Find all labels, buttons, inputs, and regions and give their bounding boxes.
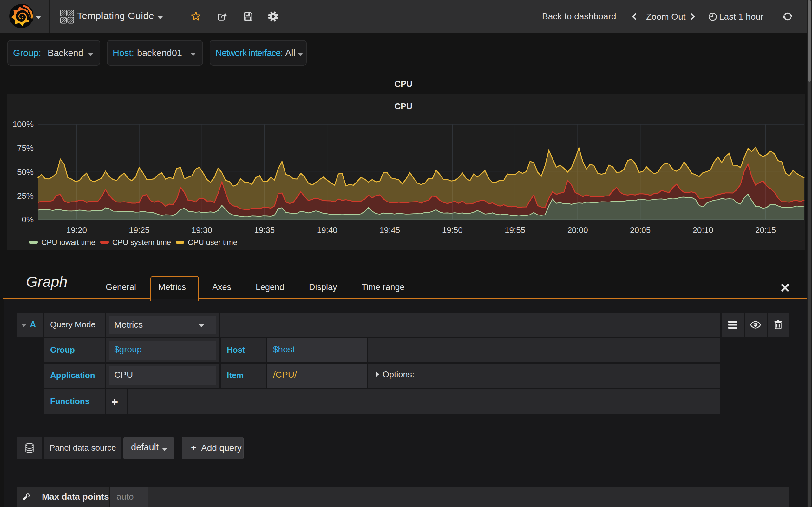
svg-text:19:45: 19:45 [379, 225, 400, 235]
svg-text:25%: 25% [17, 191, 34, 201]
svg-text:19:30: 19:30 [192, 225, 212, 235]
svg-text:19:35: 19:35 [254, 225, 275, 235]
svg-text:75%: 75% [17, 143, 34, 153]
svg-text:20:15: 20:15 [755, 225, 776, 235]
svg-text:0%: 0% [21, 215, 34, 224]
svg-text:19:55: 19:55 [505, 225, 525, 235]
svg-text:100%: 100% [13, 119, 34, 129]
svg-text:20:10: 20:10 [693, 225, 713, 235]
svg-text:19:20: 19:20 [66, 225, 87, 235]
svg-text:20:05: 20:05 [630, 225, 651, 235]
svg-text:50%: 50% [17, 167, 34, 177]
svg-text:20:00: 20:00 [567, 225, 588, 235]
svg-text:19:25: 19:25 [129, 225, 149, 235]
svg-text:19:50: 19:50 [442, 225, 463, 235]
svg-text:19:40: 19:40 [317, 225, 338, 235]
